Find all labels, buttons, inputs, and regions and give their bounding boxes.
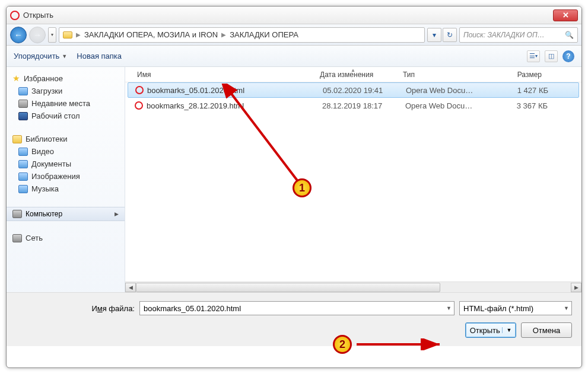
main-area: ★Избранное Загрузки Недавние места Рабоч… <box>7 67 581 292</box>
file-type: Opera Web Docu… <box>405 101 494 110</box>
chevron-right-icon: ▶ <box>76 31 81 38</box>
file-size: 3 367 КБ <box>494 101 548 110</box>
search-icon: 🔍 <box>565 31 574 39</box>
filename-label: Имя файла: <box>16 304 135 313</box>
file-list-pane: ▲ Имя Дата изменения Тип Размер bookmark… <box>125 67 581 292</box>
titlebar: Открыть ✕ <box>7 7 581 24</box>
search-placeholder: Поиск: ЗАКЛАДКИ ОП… <box>463 31 545 39</box>
preview-pane-button[interactable]: ◫ <box>545 50 558 62</box>
sidebar-network[interactable]: Сеть <box>7 232 125 244</box>
music-icon <box>18 185 28 193</box>
libraries-icon <box>12 135 22 143</box>
folder-icon <box>18 87 28 95</box>
sidebar-desktop[interactable]: Рабочий стол <box>7 110 125 122</box>
file-date: 28.12.2019 18:17 <box>322 101 405 110</box>
file-row[interactable]: bookmarks_05.01.2020.html 05.02.2020 19:… <box>128 82 579 98</box>
opera-icon <box>135 101 143 110</box>
search-input[interactable]: Поиск: ЗАКЛАДКИ ОП… 🔍 <box>459 27 578 43</box>
sidebar-libraries[interactable]: Библиотеки <box>7 133 125 145</box>
star-icon: ★ <box>12 73 20 83</box>
view-options-button[interactable]: ☰ ▾ <box>527 50 540 62</box>
documents-icon <box>18 160 28 168</box>
scrollbar-thumb[interactable] <box>136 283 440 292</box>
sidebar-downloads[interactable]: Загрузки <box>7 85 125 97</box>
help-button[interactable]: ? <box>562 50 574 62</box>
open-file-dialog: Открыть ✕ ← → ▾ ▶ ЗАКЛАДКИ ОПЕРА, МОЗИЛА… <box>6 6 582 368</box>
column-header-date[interactable]: Дата изменения <box>315 71 398 79</box>
scroll-right-button[interactable]: ▶ <box>571 283 581 292</box>
sidebar-documents[interactable]: Документы <box>7 158 125 170</box>
history-dropdown[interactable]: ▾ <box>48 27 56 43</box>
back-button[interactable]: ← <box>10 27 27 43</box>
close-button[interactable]: ✕ <box>553 9 578 21</box>
computer-icon <box>12 210 22 218</box>
breadcrumb-seg-2[interactable]: ЗАКЛАДКИ ОПЕРА <box>230 30 298 39</box>
sort-indicator-icon: ▲ <box>351 68 355 73</box>
chevron-right-icon: ▶ <box>115 211 119 217</box>
open-button[interactable]: Открыть ▼ <box>465 322 516 338</box>
file-size: 1 427 КБ <box>495 86 548 95</box>
chevron-down-icon[interactable]: ▼ <box>564 305 569 311</box>
scroll-left-button[interactable]: ◀ <box>125 283 136 292</box>
refresh-button[interactable]: ↻ <box>443 28 457 42</box>
breadcrumb-seg-1[interactable]: ЗАКЛАДКИ ОПЕРА, МОЗИЛА и IRON <box>84 30 218 39</box>
breadcrumb-bar[interactable]: ▶ ЗАКЛАДКИ ОПЕРА, МОЗИЛА и IRON ▶ ЗАКЛАД… <box>59 27 425 43</box>
filename-input[interactable]: bookmarks_05.01.2020.html ▼ <box>139 301 454 315</box>
filetype-dropdown[interactable]: HTML-файл (*.html) ▼ <box>459 301 572 315</box>
sidebar-favorites[interactable]: ★Избранное <box>7 72 125 85</box>
annotation-callout-2: 2 <box>333 335 352 354</box>
sidebar-videos[interactable]: Видео <box>7 145 125 158</box>
toolbar: Упорядочить ▼ Новая папка ☰ ▾ ◫ ? <box>7 46 581 67</box>
desktop-icon <box>18 112 28 120</box>
recent-icon <box>18 100 28 108</box>
chevron-right-icon: ▶ <box>221 31 226 38</box>
sidebar-computer[interactable]: Компьютер ▶ <box>7 207 125 221</box>
chevron-down-icon[interactable]: ▼ <box>446 305 452 311</box>
horizontal-scrollbar[interactable]: ◀ ▶ <box>125 282 581 292</box>
folder-icon <box>63 31 72 39</box>
file-date: 05.02.2020 19:41 <box>323 86 406 95</box>
opera-icon <box>10 11 20 20</box>
sidebar-music[interactable]: Музыка <box>7 183 125 195</box>
chevron-down-icon[interactable]: ▼ <box>502 327 511 333</box>
annotation-callout-1: 1 <box>293 178 312 197</box>
organize-menu[interactable]: Упорядочить ▼ <box>14 52 67 60</box>
column-header-size[interactable]: Размер <box>487 71 546 79</box>
file-type: Opera Web Docu… <box>406 86 495 95</box>
pictures-icon <box>18 172 28 181</box>
column-header-name[interactable]: Имя <box>125 71 315 79</box>
previous-locations-button[interactable]: ▾ <box>427 28 441 42</box>
window-title: Открыть <box>23 11 53 20</box>
bottom-panel: Имя файла: bookmarks_05.01.2020.html ▼ H… <box>7 292 581 346</box>
opera-icon <box>135 86 144 94</box>
column-header-type[interactable]: Тип <box>398 71 487 79</box>
navigation-bar: ← → ▾ ▶ ЗАКЛАДКИ ОПЕРА, МОЗИЛА и IRON ▶ … <box>7 24 581 46</box>
file-name: bookmarks_05.01.2020.html <box>147 86 323 95</box>
file-row[interactable]: bookmarks_28.12.2019.html 28.12.2019 18:… <box>125 98 581 113</box>
network-icon <box>12 234 22 242</box>
chevron-down-icon: ▼ <box>62 53 67 59</box>
new-folder-button[interactable]: Новая папка <box>77 52 122 60</box>
forward-button[interactable]: → <box>29 27 46 43</box>
sidebar-pictures[interactable]: Изображения <box>7 170 125 183</box>
sidebar-recent[interactable]: Недавние места <box>7 97 125 110</box>
videos-icon <box>18 148 28 156</box>
cancel-button[interactable]: Отмена <box>521 322 572 338</box>
navigation-sidebar: ★Избранное Загрузки Недавние места Рабоч… <box>7 67 125 292</box>
file-name: bookmarks_28.12.2019.html <box>147 101 322 110</box>
